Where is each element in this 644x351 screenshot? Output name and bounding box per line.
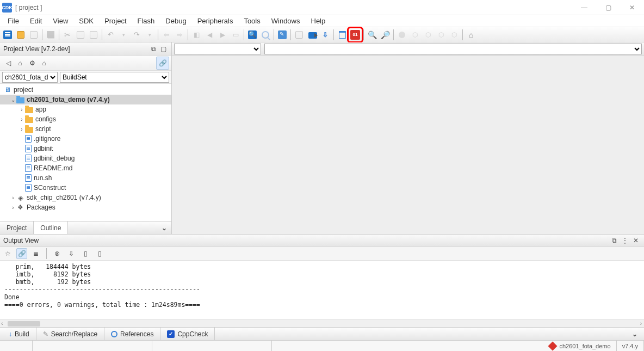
paste-icon[interactable] — [88, 29, 100, 41]
output-copy-icon[interactable]: ▯ — [80, 248, 91, 259]
menu-flash[interactable]: Flash — [132, 16, 160, 26]
pop-out-icon[interactable]: ⧉ — [148, 44, 158, 54]
nav-fwd-icon[interactable]: ⇨ — [174, 29, 185, 41]
breakpoint-icon[interactable] — [396, 29, 408, 41]
tree-folder-configs[interactable]: ›configs — [0, 114, 171, 124]
window-controls: — ▢ ✕ — [572, 0, 644, 15]
menu-help[interactable]: Help — [306, 16, 331, 26]
output-clear-icon[interactable]: ⊗ — [52, 248, 63, 259]
close-button[interactable]: ✕ — [620, 0, 644, 15]
copy-icon[interactable] — [75, 29, 86, 41]
output-collapse-icon[interactable]: ≣ — [30, 248, 41, 259]
tab-dropdown-icon[interactable]: ⌄ — [162, 224, 171, 232]
bookmark-clear-icon[interactable]: ▭ — [230, 29, 242, 41]
buildset-select[interactable]: BuildSet — [60, 72, 169, 83]
menu-project[interactable]: Project — [99, 16, 132, 26]
editor-scope-select[interactable] — [174, 44, 261, 54]
tab-outline[interactable]: Outline — [34, 221, 68, 234]
menu-peripherals[interactable]: Peripherals — [192, 16, 239, 26]
tree-file[interactable]: gdbinit — [0, 144, 171, 153]
editor-panel — [172, 42, 644, 234]
bookmark-next-icon[interactable]: ▶ — [216, 29, 228, 41]
link3-icon[interactable]: ⬡ — [435, 29, 447, 41]
output-link-icon[interactable]: 🔗 — [16, 248, 27, 259]
menu-tools[interactable]: Tools — [238, 16, 265, 26]
minimize-panel-icon[interactable]: ▢ — [158, 44, 168, 54]
editor-combo-row — [172, 42, 644, 56]
menu-sdk[interactable]: SDK — [73, 16, 99, 26]
project-select[interactable]: ch2601_fota_d — [2, 72, 58, 83]
redo-dropdown-icon[interactable]: ▾ — [144, 29, 156, 41]
menu-file[interactable]: File — [2, 16, 24, 26]
home-icon[interactable]: ⌂ — [465, 29, 477, 41]
collapse-home-icon[interactable]: ⌂ — [38, 57, 50, 69]
output-close-icon[interactable]: ✕ — [631, 236, 641, 245]
bookmark-prev-icon[interactable]: ◀ — [203, 29, 215, 41]
output-scroll-thumb[interactable] — [8, 321, 40, 327]
minimize-button[interactable]: — — [572, 0, 596, 15]
highlight-icon[interactable]: ✎ — [276, 29, 288, 41]
hex-view-icon[interactable]: 01 — [349, 29, 361, 41]
bookmark-toggle-icon[interactable]: ◧ — [190, 29, 202, 41]
record-icon[interactable] — [306, 29, 318, 41]
tree-file[interactable]: README.md — [0, 163, 171, 173]
zoom-in-icon[interactable]: 🔎 — [379, 29, 391, 41]
link2-icon[interactable]: ⬡ — [422, 29, 434, 41]
delete-icon[interactable] — [336, 29, 348, 41]
output-save-icon[interactable]: ⇩ — [66, 248, 77, 259]
tree-sdk[interactable]: ›◈sdk_chip_ch2601 (v7.4.y) — [0, 193, 171, 202]
build-icon[interactable] — [293, 29, 305, 41]
output-scrollbar[interactable]: ‹ › — [0, 319, 644, 327]
undo-dropdown-icon[interactable]: ▾ — [117, 29, 129, 41]
menu-windows[interactable]: Windows — [266, 16, 306, 26]
nav-back-icon[interactable]: ⇦ — [160, 29, 172, 41]
tree-file[interactable]: .gitignore — [0, 134, 171, 144]
refresh-tree-icon[interactable]: ⚙ — [26, 57, 38, 69]
locate-icon[interactable]: ◁ — [2, 57, 14, 69]
find-next-icon[interactable] — [259, 29, 271, 41]
cut-icon[interactable]: ✂ — [61, 29, 73, 41]
find-icon[interactable]: 🔍 — [246, 29, 258, 41]
tree-root[interactable]: 🖥project — [0, 85, 171, 95]
tab-build[interactable]: ↓Build — [2, 328, 36, 340]
menu-debug[interactable]: Debug — [160, 16, 191, 26]
menu-edit[interactable]: Edit — [24, 16, 47, 26]
separator — [290, 29, 291, 40]
project-tree[interactable]: 🖥project ⌄ch2601_fota_demo (v7.4.y) ›app… — [0, 84, 171, 221]
tab-project[interactable]: Project — [0, 221, 34, 234]
tree-file[interactable]: gdbinit_debug — [0, 153, 171, 163]
separator — [393, 29, 394, 40]
undo-icon[interactable]: ↶ — [104, 29, 116, 41]
output-menu-icon[interactable]: ⋮ — [620, 236, 630, 245]
project-home-icon[interactable]: ⌂ — [14, 57, 26, 69]
status-seg-3 — [152, 341, 272, 351]
tree-folder-script[interactable]: ›script — [0, 124, 171, 134]
tree-file[interactable]: run.sh — [0, 173, 171, 183]
output-popout-icon[interactable]: ⧉ — [609, 236, 619, 245]
bottom-tab-dropdown-icon[interactable]: ⌄ — [632, 330, 642, 338]
tab-references[interactable]: References — [104, 328, 160, 340]
tab-cppcheck[interactable]: ✓CppCheck — [160, 328, 215, 340]
zoom-out-icon[interactable]: 🔍 — [366, 29, 378, 41]
download-icon[interactable]: ⇩ — [319, 29, 331, 41]
link-editor-icon[interactable]: 🔗 — [156, 57, 169, 70]
open-file-icon[interactable] — [15, 29, 27, 41]
tab-search[interactable]: ✎Search/Replace — [36, 328, 104, 340]
output-paste-icon[interactable]: ▯ — [94, 248, 105, 259]
tree-file[interactable]: SConstruct — [0, 183, 171, 193]
redo-icon[interactable]: ↷ — [131, 29, 143, 41]
close-file-icon[interactable] — [28, 29, 40, 41]
new-file-icon[interactable] — [2, 29, 14, 41]
tree-packages[interactable]: ›❖Packages — [0, 202, 171, 212]
tree-main-project[interactable]: ⌄ch2601_fota_demo (v7.4.y) — [0, 95, 171, 104]
link1-icon[interactable]: ⬡ — [409, 29, 421, 41]
editor-symbol-select[interactable] — [264, 44, 642, 54]
save-icon[interactable] — [45, 29, 57, 41]
link4-icon[interactable]: ⬡ — [448, 29, 460, 41]
output-star-icon[interactable]: ☆ — [2, 248, 13, 259]
output-content[interactable]: prim, 184444 bytes imtb, 8192 bytes bmtb… — [0, 261, 644, 319]
diamond-icon — [548, 341, 558, 350]
maximize-button[interactable]: ▢ — [596, 0, 620, 15]
menu-view[interactable]: View — [47, 16, 73, 26]
tree-folder-app[interactable]: ›app — [0, 104, 171, 114]
